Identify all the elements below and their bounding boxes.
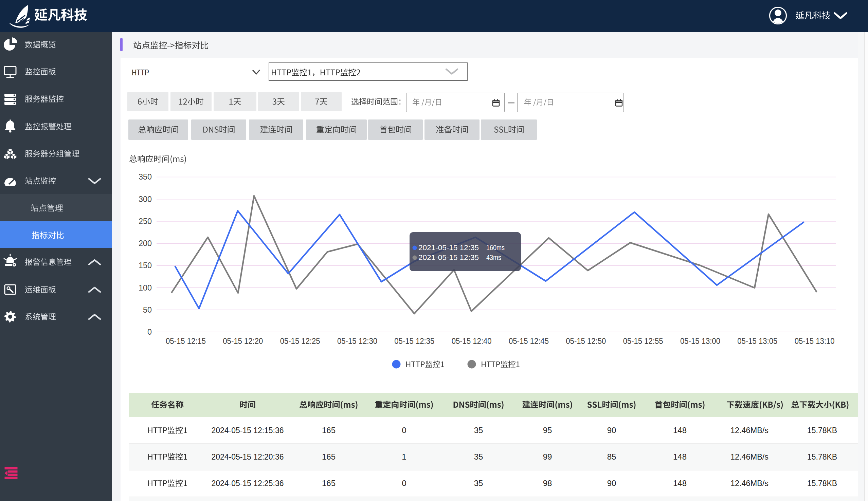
svg-text:165: 165 xyxy=(322,479,336,488)
svg-text:50: 50 xyxy=(143,306,152,314)
svg-text:1: 1 xyxy=(402,452,406,461)
svg-text:05-15 12:45: 05-15 12:45 xyxy=(509,337,549,345)
svg-text:43ms: 43ms xyxy=(486,253,501,262)
svg-text:350: 350 xyxy=(139,172,152,181)
svg-text:05-15 12:25: 05-15 12:25 xyxy=(280,337,320,345)
svg-text:12.46MB/s: 12.46MB/s xyxy=(730,452,769,461)
svg-text:98: 98 xyxy=(543,479,552,488)
svg-text:148: 148 xyxy=(673,426,687,435)
svg-text:0: 0 xyxy=(402,479,406,488)
svg-text:05-15 12:20: 05-15 12:20 xyxy=(223,337,263,345)
svg-text:99: 99 xyxy=(543,452,552,461)
svg-text:HTTP: HTTP xyxy=(132,68,149,77)
svg-text:165: 165 xyxy=(322,426,336,435)
svg-text:05-15 13:10: 05-15 13:10 xyxy=(795,337,835,345)
svg-text:160ms: 160ms xyxy=(486,243,505,252)
svg-text:35: 35 xyxy=(474,426,483,435)
svg-text:15.78KB: 15.78KB xyxy=(807,479,837,488)
svg-text:150: 150 xyxy=(139,261,152,270)
svg-text:90: 90 xyxy=(607,426,616,435)
svg-text:05-15 12:30: 05-15 12:30 xyxy=(337,337,377,345)
svg-text:85: 85 xyxy=(607,452,616,461)
svg-text:200: 200 xyxy=(139,239,152,248)
svg-text:35: 35 xyxy=(474,479,483,488)
svg-text:05-15 13:00: 05-15 13:00 xyxy=(680,337,720,345)
svg-text:05-15 12:15: 05-15 12:15 xyxy=(166,337,206,345)
svg-text:12.46MB/s: 12.46MB/s xyxy=(730,479,769,488)
svg-text:2021-05-15 12:35: 2021-05-15 12:35 xyxy=(419,253,479,262)
svg-text:90: 90 xyxy=(607,479,616,488)
svg-text:0: 0 xyxy=(402,426,406,435)
svg-text:05-15 12:50: 05-15 12:50 xyxy=(566,337,606,345)
svg-text:05-15 13:05: 05-15 13:05 xyxy=(737,337,777,345)
svg-text:2024-05-15 12:25:36: 2024-05-15 12:25:36 xyxy=(212,479,284,488)
svg-text:05-15 12:35: 05-15 12:35 xyxy=(394,337,434,345)
svg-text:148: 148 xyxy=(673,479,687,488)
svg-text:2024-05-15 12:15:36: 2024-05-15 12:15:36 xyxy=(212,426,284,435)
svg-text:35: 35 xyxy=(474,452,483,461)
svg-text:100: 100 xyxy=(139,284,152,292)
svg-text:0: 0 xyxy=(147,328,152,337)
svg-text:05-15 12:40: 05-15 12:40 xyxy=(452,337,492,345)
svg-text:300: 300 xyxy=(139,195,152,204)
svg-text:2024-05-15 12:20:36: 2024-05-15 12:20:36 xyxy=(212,452,284,461)
svg-text:148: 148 xyxy=(673,452,687,461)
svg-text:2021-05-15 12:35: 2021-05-15 12:35 xyxy=(419,243,479,252)
svg-text:15.78KB: 15.78KB xyxy=(807,426,837,435)
svg-text:12.46MB/s: 12.46MB/s xyxy=(730,426,769,435)
svg-text:250: 250 xyxy=(139,217,152,226)
svg-text:15.78KB: 15.78KB xyxy=(807,452,837,461)
svg-text:95: 95 xyxy=(543,426,552,435)
svg-text:165: 165 xyxy=(322,452,336,461)
svg-text:05-15 12:55: 05-15 12:55 xyxy=(623,337,663,345)
